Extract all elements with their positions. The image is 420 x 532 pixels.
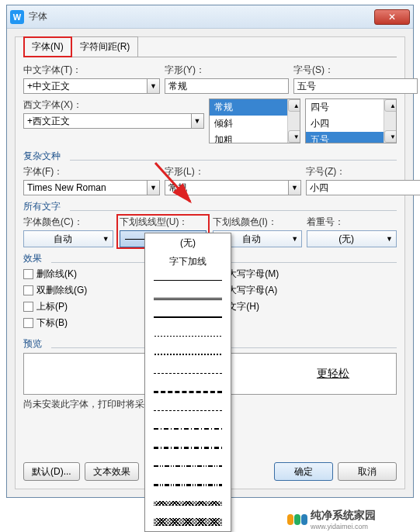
tab-spacing[interactable]: 字符间距(R) [71,36,139,57]
combo-size[interactable] [293,78,418,94]
underline-opt-dash-long[interactable] [145,401,231,420]
chevron-down-icon: ▼ [102,235,109,243]
checkbox-icon [23,318,33,328]
input-cn-font[interactable] [23,78,148,94]
check-dbl-strike[interactable]: 双删除线(G) [23,284,87,297]
combo-size-z[interactable]: ▼ [306,180,420,195]
chevron-down-icon[interactable]: ▼ [289,180,301,195]
underline-opt-dash-heavy[interactable] [145,382,231,401]
label-font-f: 字体(F)： [23,165,160,178]
preview-text: 更轻松 [317,367,349,381]
scroll-down-icon[interactable]: ▼ [384,130,397,143]
underline-opt-double[interactable] [145,289,231,308]
default-button[interactable]: 默认(D)... [23,462,80,481]
input-en-font[interactable] [23,113,192,129]
label-en-font: 西文字体(X)： [23,98,204,112]
underline-opt-thick[interactable] [145,308,231,326]
combo-en-font[interactable]: ▼ [23,113,204,129]
underline-opt-dotted[interactable] [145,326,231,345]
check-subscript[interactable]: 下标(B) [23,316,87,330]
checkbox-icon [23,302,33,312]
underline-opt-dash-dot-dot-heavy[interactable] [145,475,231,494]
label-size-z: 字号(Z)： [306,165,420,178]
chevron-down-icon[interactable]: ▼ [148,78,160,94]
text-effect-button[interactable]: 文本效果 [85,462,139,481]
chevron-down-icon[interactable]: ▼ [192,113,204,129]
chevron-down-icon[interactable]: ▼ [148,180,160,195]
cancel-button[interactable]: 取消 [338,462,397,481]
group-complex: 复杂文种 [23,150,397,163]
input-size-z[interactable] [306,180,420,195]
brand-icon [287,514,307,525]
input-style-l[interactable] [165,180,289,195]
input-font-f[interactable] [23,180,148,195]
underline-opt-word[interactable]: 字下加线 [145,252,231,271]
underline-opt-dotted-heavy[interactable] [145,345,231,364]
label-font-color: 字体颜色(C)： [23,216,113,229]
underline-opt-dash-dot-heavy[interactable] [145,438,231,457]
brand-url: www.yidaimei.com [311,523,376,530]
listbox-size[interactable]: 四号 小四 五号 ▲▼ [305,98,397,143]
listbox-style[interactable]: 常规 倾斜 加粗 ▲▼ [209,98,300,143]
list-item[interactable]: 小四 [306,116,396,132]
underline-opt-dash-dot-dot[interactable] [145,457,231,475]
label-underline-type: 下划线线型(U)： [120,216,207,229]
label-cn-font: 中文字体(T)： [23,64,160,77]
titlebar: W 字体 ✕ [7,5,413,29]
dropdown-font-color[interactable]: 自动▼ [23,230,113,247]
emphasis-value: (无) [338,233,354,246]
dropdown-emphasis[interactable]: (无)▼ [307,230,397,247]
brand-name: 纯净系统家园 [311,509,376,523]
combo-cn-font[interactable]: ▼ [23,78,160,94]
checkbox-icon [23,285,33,295]
list-item[interactable]: 倾斜 [210,116,300,132]
label-size: 字号(S)： [293,64,418,77]
scroll-down-icon[interactable]: ▼ [288,130,300,143]
combo-style[interactable] [165,78,289,94]
ok-button[interactable]: 确定 [274,462,333,481]
label-emphasis: 着重号： [307,216,397,229]
input-size[interactable] [293,78,418,94]
scrollbar[interactable]: ▲▼ [287,99,300,143]
chevron-down-icon: ▼ [291,235,298,243]
check-strike[interactable]: 删除线(K) [23,268,87,281]
checkbox-icon [23,269,33,279]
chevron-down-icon: ▼ [386,235,393,243]
combo-font-f[interactable]: ▼ [23,180,160,195]
scroll-up-icon[interactable]: ▲ [288,99,300,112]
list-item[interactable]: 常规 [210,99,300,116]
footer-logo: 纯净系统家园 www.yidaimei.com [287,509,376,530]
label-style-l: 字形(L)： [165,165,301,178]
scrollbar[interactable]: ▲▼ [384,99,396,143]
tab-font[interactable]: 字体(N) [23,36,72,57]
underline-opt-wave[interactable] [145,494,231,513]
window-title: 字体 [29,10,374,23]
underline-color-value: 自动 [242,233,261,246]
tab-strip: 字体(N) 字符间距(R) 字体(N) [23,36,397,57]
combo-style-l[interactable]: ▼ [165,180,301,195]
check-superscript[interactable]: 上标(P) [23,300,87,313]
app-icon: W [10,10,24,24]
group-all-text: 所有文字 [23,200,397,213]
underline-opt-dash-dot[interactable] [145,420,231,438]
close-button[interactable]: ✕ [374,9,410,25]
input-style[interactable] [165,78,289,94]
scroll-up-icon[interactable]: ▲ [384,99,397,112]
label-underline-color: 下划线颜色(I)： [213,216,303,229]
list-item[interactable]: 五号 [306,132,396,143]
list-item[interactable]: 四号 [306,99,396,116]
label-style: 字形(Y)： [165,64,289,77]
underline-opt-single[interactable] [145,271,231,289]
underline-opt-wave-double[interactable] [145,513,231,531]
underline-opt-dash[interactable] [145,364,231,382]
underline-opt-none[interactable]: (无) [145,233,231,252]
underline-type-dropdown-list[interactable]: (无) 字下加线 [144,233,231,532]
list-item[interactable]: 加粗 [210,132,300,143]
font-color-value: 自动 [54,233,72,246]
